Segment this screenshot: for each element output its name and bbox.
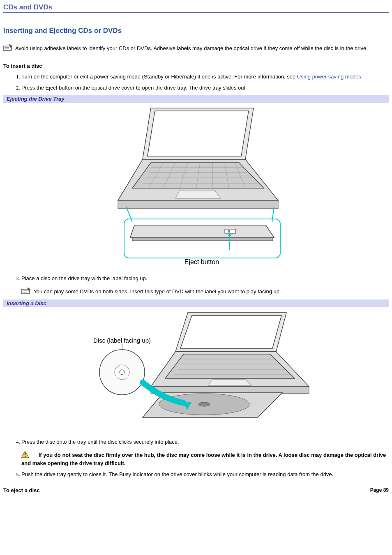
step-3-note: You can play some DVDs on both sides. In… xyxy=(21,288,389,296)
disc-label-text: Disc (label facing up) xyxy=(93,337,151,344)
step-4-warning: If you do not seat the disc firmly over … xyxy=(21,451,389,467)
eject-button-label: Eject button xyxy=(184,258,219,265)
svg-rect-25 xyxy=(228,230,230,233)
figure-2: Disc (label facing up) xyxy=(3,307,389,434)
section-heading: Inserting and Ejecting CDs or DVDs xyxy=(3,27,389,36)
svg-marker-22 xyxy=(130,225,274,237)
svg-rect-23 xyxy=(132,237,273,241)
to-eject-heading: To eject a disc xyxy=(3,487,40,493)
step-4: Press the disc onto the tray until the d… xyxy=(21,438,389,467)
step-1-text: Turn on the computer or exit a power sav… xyxy=(21,74,297,80)
step-1: Turn on the computer or exit a power sav… xyxy=(21,73,389,81)
to-insert-heading: To insert a disc xyxy=(3,63,389,69)
svg-marker-19 xyxy=(175,190,221,198)
pencil-note-icon xyxy=(3,44,12,53)
step-5: Push the drive tray gently to close it. … xyxy=(21,471,389,478)
warning-icon xyxy=(21,451,29,460)
inserting-disc-illustration: Disc (label facing up) xyxy=(81,311,311,430)
insert-steps-list-cont2: Press the disc onto the tray until the d… xyxy=(3,438,389,478)
step-3-note-text: You can play some DVDs on both sides. In… xyxy=(33,288,281,295)
svg-rect-54 xyxy=(25,456,25,457)
page-title: CDs and DVDs xyxy=(3,3,389,13)
figure-1-caption: Ejecting the Drive Tray xyxy=(3,95,389,103)
intro-note-text: Avoid using adhesive labels to identify … xyxy=(15,45,368,51)
svg-marker-20 xyxy=(118,200,278,209)
svg-rect-53 xyxy=(25,453,25,455)
svg-marker-35 xyxy=(180,315,281,348)
insert-steps-list-cont: Place a disc on the drive tray with the … xyxy=(3,275,389,296)
svg-marker-5 xyxy=(148,111,249,156)
step-2: Press the Eject button on the optical dr… xyxy=(21,84,389,92)
svg-rect-24 xyxy=(225,229,235,233)
step-3-text: Place a disc on the drive tray with the … xyxy=(21,275,147,281)
intro-note: Avoid using adhesive labels to identify … xyxy=(3,44,389,53)
ejecting-drive-tray-illustration: Eject button xyxy=(101,106,291,266)
figure-2-caption: Inserting a Disc xyxy=(3,299,389,307)
step-3: Place a disc on the drive tray with the … xyxy=(21,275,389,296)
insert-steps-list: Turn on the computer or exit a power sav… xyxy=(3,73,389,92)
step-4-warning-text: If you do not seat the disc firmly over … xyxy=(21,452,386,466)
svg-line-29 xyxy=(272,207,274,222)
power-saving-modes-link[interactable]: Using power saving modes. xyxy=(297,74,363,80)
svg-point-46 xyxy=(198,402,210,406)
pencil-note-icon xyxy=(21,288,30,296)
svg-point-49 xyxy=(120,370,125,375)
title-underline xyxy=(3,15,389,15)
page-number: Page 89 xyxy=(370,487,389,493)
step-4-text: Press the disc onto the tray until the d… xyxy=(21,439,179,445)
svg-marker-42 xyxy=(208,380,251,385)
figure-1: Eject button xyxy=(3,103,389,271)
